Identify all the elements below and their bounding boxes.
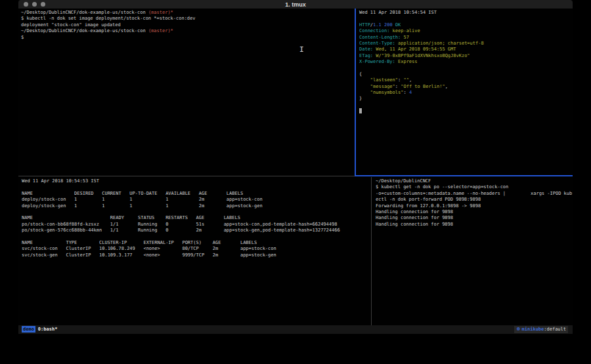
terminal-line: deploy/stock-gen 1 1 1 1 2m app=stock-ge… bbox=[22, 203, 374, 209]
terminal-line: "message": "Off to Berlin!", bbox=[359, 84, 573, 90]
terminal-line: { bbox=[359, 71, 573, 77]
kubernetes-helm-icon: ☸ bbox=[516, 327, 520, 332]
terminal-line: ~/Desktop/DublinCNCF bbox=[376, 178, 573, 184]
terminal-line: } bbox=[359, 96, 573, 102]
terminal-line bbox=[359, 108, 573, 114]
session-name: demo bbox=[22, 326, 35, 333]
terminal-line: "numsymbols": 4 bbox=[359, 90, 573, 96]
terminal-line: $ kubectl get -n dok po --selector=app=s… bbox=[376, 184, 573, 190]
terminal-line: Wed 11 Apr 2018 10:54:53 IST bbox=[22, 178, 374, 184]
terminal-line bbox=[359, 16, 573, 22]
terminal-line: Connection: keep-alive bbox=[359, 28, 573, 34]
mouse-cursor-ibeam: I bbox=[299, 46, 304, 54]
terminal-line: NAME READY STATUS RESTARTS AGE LABELS bbox=[22, 215, 374, 221]
terminal-line: -o=custom-columns=:metadata.name --no-he… bbox=[376, 191, 573, 197]
titlebar[interactable]: 1. tmux bbox=[18, 0, 573, 9]
kube-namespace: :default bbox=[544, 327, 566, 332]
kube-context-indicator: ☸minikube:default bbox=[514, 326, 568, 333]
terminal-line: Content-Length: 57 bbox=[359, 35, 573, 41]
active-pane-border-horizontal bbox=[355, 175, 573, 176]
terminal-line: po/stock-con-bb68f88fd-kzsxz 1/1 Running… bbox=[22, 222, 374, 228]
terminal-line: svc/stock-con ClusterIP 10.106.78.249 <n… bbox=[22, 246, 374, 252]
pane-divider-vertical bbox=[371, 177, 372, 325]
pane-top-right-http-response[interactable]: Wed 11 Apr 2018 10:54:54 IST HTTP/1.1 20… bbox=[356, 9, 573, 177]
terminal-line: NAME DESIRED CURRENT UP-TO-DATE AVAILABL… bbox=[22, 191, 374, 197]
desktop: 1. tmux ~/Desktop/DublinCNCF/dok-example… bbox=[0, 0, 591, 364]
window-tab-bash[interactable]: 0:bash* bbox=[38, 327, 58, 332]
terminal-line bbox=[359, 102, 573, 108]
terminal-line bbox=[22, 234, 374, 240]
terminal-line: Wed 11 Apr 2018 10:54:54 IST bbox=[359, 10, 573, 16]
pane-bottom-right-port-forward[interactable]: ~/Desktop/DublinCNCF$ kubectl get -n dok… bbox=[372, 177, 573, 327]
terminal-line: Date: Wed, 11 Apr 2018 09:54:55 GMT bbox=[359, 47, 573, 52]
terminal-line: HTTP/1.1 200 OK bbox=[359, 22, 573, 28]
terminal-line: ~/Desktop/DublinCNCF/dok-example-us/stoc… bbox=[21, 28, 357, 34]
tmux-status-bar: demo0:bash* ☸minikube:default bbox=[18, 325, 573, 334]
terminal-line: ~/Desktop/DublinCNCF/dok-example-us/stoc… bbox=[21, 10, 357, 16]
terminal-line: ectl -n dok port-forward POD 9898:9898 bbox=[376, 197, 573, 203]
terminal-line: Handling connection for 9898 bbox=[376, 222, 573, 228]
kube-context: minikube bbox=[522, 327, 544, 332]
terminal-line bbox=[22, 184, 374, 190]
terminal-line: $ kubectl -n dok set image deployment/st… bbox=[21, 16, 357, 22]
window-title: 1. tmux bbox=[18, 1, 573, 9]
terminal-line: "lastseen": "", bbox=[359, 77, 573, 83]
pane-divider-horizontal bbox=[18, 176, 355, 176]
terminal-line bbox=[22, 209, 374, 215]
terminal-line: Forwarding from 127.0.0.1:9898 -> 9898 bbox=[376, 203, 573, 209]
terminal-line: Handling connection for 9898 bbox=[376, 209, 573, 215]
terminal-line: ETag: W/"39-0xBPf9aF1dXVNkhsxoBQgJ8vKzo" bbox=[359, 53, 573, 59]
terminal-line: NAME TYPE CLUSTER-IP EXTERNAL-IP PORT(S)… bbox=[22, 240, 374, 246]
terminal-line: po/stock-gen-576cc688bb-44kmn 1/1 Runnin… bbox=[22, 228, 374, 233]
pane-top-left-shell[interactable]: ~/Desktop/DublinCNCF/dok-example-us/stoc… bbox=[18, 9, 357, 177]
status-left: demo0:bash* bbox=[22, 325, 57, 334]
terminal-window: 1. tmux ~/Desktop/DublinCNCF/dok-example… bbox=[18, 0, 573, 334]
terminal-line: Handling connection for 9898 bbox=[376, 215, 573, 221]
terminal-line: Content-Type: application/json; charset=… bbox=[359, 41, 573, 47]
terminal-line: deploy/stock-con 1 1 1 1 2m app=stock-co… bbox=[22, 197, 374, 203]
terminal-line bbox=[359, 66, 573, 71]
terminal-line: $ bbox=[21, 35, 357, 41]
terminal-line: X-Powered-By: Express bbox=[359, 59, 573, 65]
pane-bottom-left-kubectl-watch[interactable]: Wed 11 Apr 2018 10:54:53 IST NAME DESIRE… bbox=[18, 177, 374, 327]
terminal-line: svc/stock-gen ClusterIP 10.109.3.177 <no… bbox=[22, 253, 374, 258]
terminal-line: deployment "stock-con" image updated bbox=[21, 22, 357, 28]
